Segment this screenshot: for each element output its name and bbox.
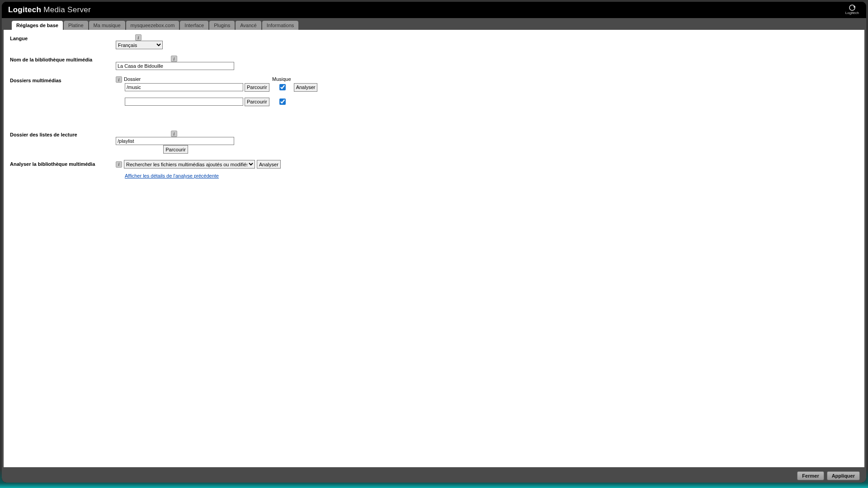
label-media-folders: Dossiers multimédias	[10, 76, 116, 83]
svg-point-1	[854, 6, 855, 8]
language-select[interactable]: Français	[116, 41, 163, 49]
analyze-folder-button[interactable]: Analyser	[294, 83, 318, 92]
brand-logo-label: Logitech	[845, 11, 859, 15]
info-icon[interactable]: i	[116, 161, 122, 168]
tab-avanc[interactable]: Avancé	[236, 21, 261, 30]
rescan-analyze-button[interactable]: Analyser	[257, 160, 281, 169]
info-icon[interactable]: i	[135, 34, 142, 41]
browse-button[interactable]: Parcourir	[245, 98, 269, 106]
brand-logo: Logitech	[845, 5, 859, 15]
tab-bar: Réglages de basePlatineMa musiquemysquee…	[2, 18, 866, 30]
media-folder-path-input-2[interactable]	[125, 98, 243, 106]
app-window: Logitech Media Server Logitech Réglages …	[2, 2, 866, 483]
tab-interface[interactable]: Interface	[180, 21, 208, 30]
column-header-folder: Dossier	[124, 76, 246, 83]
tab-plugins[interactable]: Plugins	[209, 21, 235, 30]
app-title-product: Media Server	[41, 5, 91, 14]
app-title: Logitech Media Server	[8, 5, 91, 14]
info-icon[interactable]: i	[116, 76, 122, 83]
media-folder-music-checkbox-1[interactable]	[279, 84, 286, 90]
settings-content: Langue i Français Nom de la bibliothèque…	[4, 30, 864, 467]
close-button[interactable]: Fermer	[797, 471, 824, 480]
label-playlist-folder: Dossier des listes de lecture	[10, 131, 116, 137]
tab-ma-musique[interactable]: Ma musique	[89, 21, 125, 30]
app-title-brand: Logitech	[8, 5, 41, 14]
playlist-folder-input[interactable]	[116, 137, 234, 145]
apply-button[interactable]: Appliquer	[827, 471, 860, 480]
browse-button[interactable]: Parcourir	[163, 145, 188, 154]
tab-informations[interactable]: Informations	[262, 21, 299, 30]
tab-platine[interactable]: Platine	[64, 21, 88, 30]
tab-r-glages-de-base[interactable]: Réglages de base	[12, 21, 63, 30]
header-bar: Logitech Media Server Logitech	[2, 2, 866, 18]
media-folder-music-checkbox-2[interactable]	[279, 99, 286, 105]
label-language: Langue	[10, 34, 116, 41]
info-icon[interactable]: i	[171, 131, 177, 137]
browse-button[interactable]: Parcourir	[245, 83, 269, 92]
library-name-input[interactable]	[116, 62, 234, 70]
show-last-scan-link[interactable]: Afficher les détails de l'analyse précéd…	[125, 173, 281, 178]
svg-point-0	[849, 5, 855, 10]
media-folder-row: Parcourir Analyser	[116, 83, 317, 92]
footer-bar: Fermer Appliquer	[2, 469, 866, 483]
label-rescan: Analyser la bibliothèque multimédia	[10, 160, 116, 167]
media-folder-path-input-1[interactable]	[125, 83, 243, 91]
label-library-name: Nom de la bibliothèque multimédia	[10, 56, 116, 62]
info-icon[interactable]: i	[171, 56, 177, 62]
column-header-music: Musique	[272, 76, 291, 83]
tab-mysqueezebox-com[interactable]: mysqueezebox.com	[126, 21, 179, 30]
media-folder-row: Parcourir	[116, 97, 317, 106]
rescan-mode-select[interactable]: Rechercher les fichiers multimédias ajou…	[124, 160, 255, 169]
logitech-logo-icon	[847, 5, 857, 11]
